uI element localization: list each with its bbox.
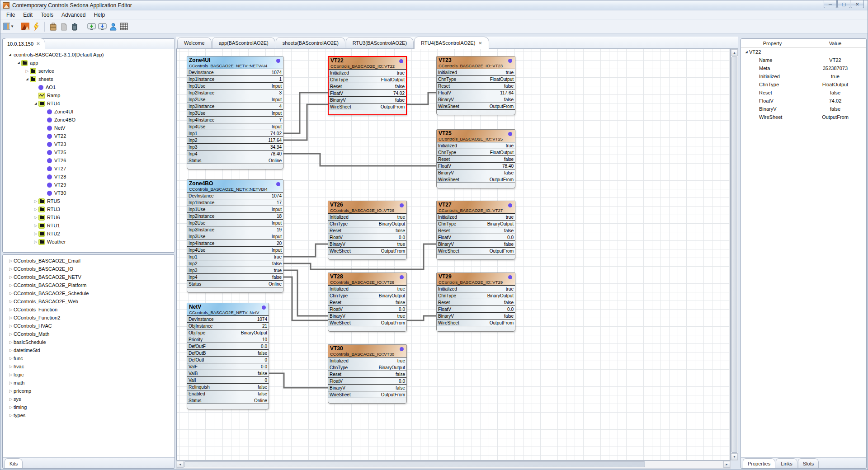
archive-icon[interactable] [47, 21, 58, 32]
block-vt30[interactable]: VT30CControls_BASCAO2E_IO::VT30Initializ… [328, 344, 407, 404]
close-button[interactable]: ✕ [851, 0, 864, 8]
device-tree-tab[interactable]: 10.0.13.150 ✕ [3, 38, 45, 49]
property-value-cell[interactable]: false [804, 89, 866, 97]
property-value-cell[interactable]: FloatOutput [804, 80, 866, 89]
tree-item-zone4bo[interactable]: Zone4BO [4, 116, 174, 124]
kit-item-ccontrols-bascao2e-io[interactable]: ▷CControls_BASCAO2E_IO [4, 265, 174, 273]
menu-help[interactable]: Help [90, 11, 109, 19]
property-row-chntype[interactable]: ChnTypeFloatOutput [741, 80, 866, 89]
tree-item-vt23[interactable]: VT23 [4, 140, 174, 148]
tree-item-vt26[interactable]: VT26 [4, 156, 174, 164]
kit-item-ccontrols-math[interactable]: ▷CControls_Math [4, 330, 174, 338]
block-vt27[interactable]: VT27CControls_BASCAO2E_IO::VT27Initializ… [436, 201, 515, 260]
tree-item-rtu3[interactable]: ▷RTU3 [4, 205, 174, 213]
kit-item-func[interactable]: ▷func [4, 354, 174, 362]
block-vt28[interactable]: VT28CControls_BASCAO2E_IO::VT28Initializ… [328, 273, 407, 332]
kit-item-ccontrols-bascao2e-netv[interactable]: ▷CControls_BASCAO2E_NETV [4, 273, 174, 281]
wire[interactable] [283, 244, 328, 257]
properties-tab-slots[interactable]: Slots [798, 458, 819, 468]
expander-icon[interactable]: ◢ [24, 77, 30, 81]
tree-item-sheets[interactable]: ◢sheets [4, 75, 174, 83]
tree-item-zone4ui[interactable]: Zone4UI [4, 108, 174, 116]
trash-icon[interactable] [69, 21, 80, 32]
block-zone4bo[interactable]: Zone4BOCControls_BASCAO2E_NETV::NETVBI4D… [187, 179, 283, 293]
canvas-horizontal-scrollbar[interactable]: ◄ ► [176, 461, 731, 469]
scroll-up-arrow-icon[interactable]: ▲ [731, 49, 738, 56]
expander-icon[interactable]: ◢ [7, 53, 13, 56]
editor-tab-rtu3[interactable]: RTU3(BAScontrolAO2E) [346, 37, 414, 48]
tree-item-ccontrols-bascao2e-3-1-0-default-app-[interactable]: ◢ccontrols-BASCAO2E-3.1.0(Default App) [4, 51, 174, 59]
expander-icon[interactable]: ▷ [8, 315, 14, 320]
property-value-cell[interactable]: 74.02 [804, 97, 866, 105]
tab-close-icon[interactable]: ✕ [36, 41, 40, 46]
property-row-wiresheet[interactable]: WireSheetOutputFrom [741, 113, 866, 121]
wire[interactable] [283, 93, 328, 133]
property-row-binaryv[interactable]: BinaryVfalse [741, 105, 866, 113]
expander-icon[interactable]: ▷ [8, 389, 14, 393]
expander-icon[interactable]: ▷ [8, 324, 14, 328]
expander-icon[interactable]: ▷ [8, 299, 14, 304]
upload-monitor-icon[interactable] [86, 21, 97, 32]
property-row-floatv[interactable]: FloatV74.02 [741, 97, 866, 105]
tree-item-service[interactable]: ▷service [4, 67, 174, 75]
tree-item-netv[interactable]: NetV [4, 124, 174, 132]
expander-icon[interactable]: ▷ [33, 199, 38, 203]
horizontal-scroll-thumb[interactable] [184, 461, 645, 467]
menu-advanced[interactable]: Advanced [57, 11, 90, 19]
property-row-meta[interactable]: Meta352387073 [741, 64, 866, 72]
tree-item-ao1[interactable]: AO1 [4, 83, 174, 91]
tree-item-vt28[interactable]: VT28 [4, 173, 174, 181]
tree-item-vt30[interactable]: VT30 [4, 189, 174, 197]
sedona-logo-icon[interactable] [20, 21, 31, 32]
block-netv[interactable]: NetVCControls_BASCAO2E_NETV::NetVDevInst… [187, 303, 269, 409]
tree-item-weather[interactable]: ▷Weather [4, 238, 174, 246]
expander-icon[interactable]: ▷ [8, 332, 14, 336]
expander-icon[interactable]: ▷ [8, 413, 14, 418]
maximize-button[interactable]: ▢ [837, 0, 850, 8]
wire[interactable] [283, 154, 436, 166]
kit-item-ccontrols-bascao2e-platform[interactable]: ▷CControls_BASCAO2E_Platform [4, 281, 174, 289]
wire[interactable] [269, 373, 328, 388]
tree-item-rtu2[interactable]: ▷RTU2 [4, 230, 174, 238]
kit-item-pricomp[interactable]: ▷pricomp [4, 387, 174, 395]
vertical-scroll-thumb[interactable] [731, 56, 737, 453]
scroll-right-arrow-icon[interactable]: ► [723, 461, 730, 468]
expander-icon[interactable]: ◢ [33, 102, 38, 105]
scroll-left-arrow-icon[interactable]: ◄ [177, 461, 184, 468]
editor-tab-rtu4[interactable]: RTU4(BAScontrolAO2E)✕ [414, 37, 489, 49]
kit-item-basicschedule[interactable]: ▷basicSchedule [4, 338, 174, 346]
tree-item-vt25[interactable]: VT25 [4, 148, 174, 156]
grid-table-icon[interactable] [118, 21, 129, 32]
kit-item-hvac[interactable]: ▷hvac [4, 362, 174, 371]
kit-item-ccontrols-function2[interactable]: ▷CControls_Function2 [4, 314, 174, 322]
expander-icon[interactable]: ▷ [8, 275, 14, 279]
tree-item-rtu4[interactable]: ◢RTU4 [4, 99, 174, 108]
expander-icon[interactable]: ▷ [8, 405, 14, 409]
wiresheet-canvas[interactable]: Zone4UICControls_BASCAO2E_NETV::NETVAI4D… [176, 49, 731, 461]
expander-icon[interactable]: ◢ [16, 61, 21, 65]
kit-item-logic[interactable]: ▷logic [4, 371, 174, 379]
property-value-cell[interactable]: VT22 [804, 56, 866, 64]
editor-tab-welcome[interactable]: Welcome [177, 37, 212, 48]
kit-item-ccontrols-hvac[interactable]: ▷CControls_HVAC [4, 322, 174, 330]
expander-icon[interactable]: ▷ [8, 381, 14, 385]
expander-icon[interactable]: ▷ [8, 372, 14, 377]
tree-item-rtu1[interactable]: ▷RTU1 [4, 221, 174, 230]
expander-icon[interactable]: ▷ [33, 223, 38, 228]
kits-tab[interactable]: Kits [5, 458, 23, 468]
property-value-cell[interactable]: false [804, 105, 866, 113]
user-icon[interactable] [108, 21, 118, 32]
properties-tab-properties[interactable]: Properties [743, 458, 775, 468]
kit-item-datetimestd[interactable]: ▷datetimeStd [4, 346, 174, 354]
tree-item-ramp[interactable]: Ramp [4, 91, 174, 99]
property-row-name[interactable]: NameVT22 [741, 56, 866, 64]
paste-disabled-icon[interactable] [58, 21, 69, 32]
expander-icon[interactable]: ▷ [24, 69, 30, 73]
expander-icon[interactable]: ▷ [8, 291, 14, 296]
download-monitor-icon[interactable] [97, 21, 108, 32]
canvas-vertical-scrollbar[interactable]: ▲ ▼ [731, 49, 738, 461]
expander-icon[interactable]: ▷ [33, 231, 38, 236]
property-row-reset[interactable]: Resetfalse [741, 89, 866, 97]
block-zone4ui[interactable]: Zone4UICControls_BASCAO2E_NETV::NETVAI4D… [187, 56, 283, 169]
menu-edit[interactable]: Edit [19, 11, 37, 19]
